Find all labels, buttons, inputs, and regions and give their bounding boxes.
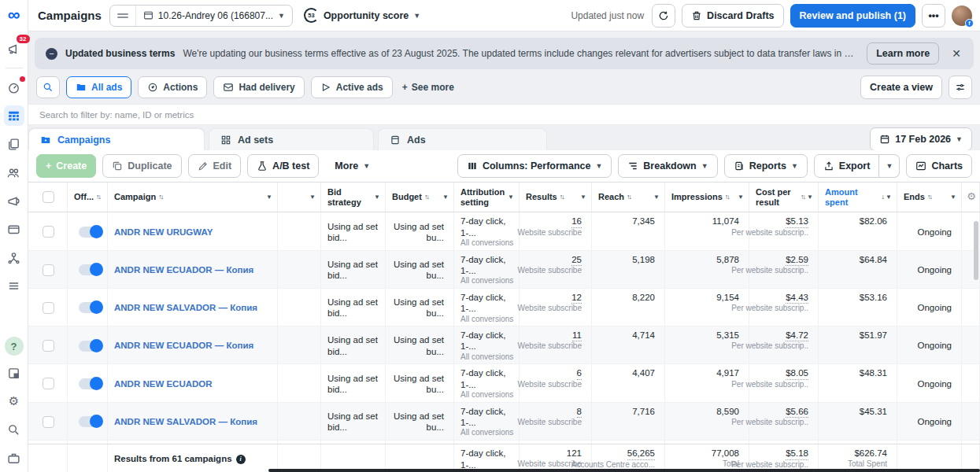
cpr-value[interactable]: $8.05: [786, 367, 808, 379]
ab-test-button[interactable]: A/B test: [247, 154, 319, 178]
settings-gear-icon[interactable]: ⚙: [4, 391, 24, 411]
row-checkbox[interactable]: [43, 378, 54, 389]
header-cost-per-result[interactable]: Cost per result↑↓▼: [749, 183, 819, 212]
results-value[interactable]: 8: [577, 406, 582, 418]
create-view-button[interactable]: Create a view: [860, 76, 942, 99]
export-button[interactable]: Export: [814, 154, 880, 178]
search-filter-button[interactable]: [36, 76, 60, 98]
campaign-toggle[interactable]: [79, 341, 102, 352]
business-structure-icon[interactable]: [4, 247, 24, 267]
footer-cpr-value[interactable]: $5.18: [786, 448, 808, 459]
info-icon[interactable]: i: [236, 455, 246, 464]
header-impressions[interactable]: Impressions↑↓▼: [665, 183, 749, 212]
results-value[interactable]: 6: [577, 367, 582, 379]
results-value[interactable]: 12: [571, 292, 582, 304]
more-button[interactable]: More▼: [325, 154, 379, 178]
charts-button[interactable]: Charts: [906, 154, 972, 178]
select-all-checkbox[interactable]: [43, 191, 54, 203]
all-tools-menu-icon[interactable]: [4, 275, 24, 296]
ads-reporting-icon[interactable]: [4, 134, 24, 154]
vertical-scrollbar[interactable]: [974, 221, 978, 280]
cpr-value[interactable]: $5.66: [786, 406, 808, 418]
row-checkbox[interactable]: [43, 340, 54, 352]
search-nav-icon[interactable]: [4, 419, 24, 440]
widgets-icon[interactable]: [4, 363, 24, 383]
tab-ad-sets[interactable]: Ad sets: [209, 128, 374, 150]
header-bid-strategy[interactable]: Bid strategy▼: [321, 183, 386, 212]
results-value[interactable]: 16: [571, 216, 582, 227]
header-blank[interactable]: ▼: [278, 183, 321, 212]
reports-button[interactable]: Reports▼: [724, 154, 808, 178]
row-checkbox[interactable]: [43, 302, 54, 314]
header-campaign[interactable]: Campaign↑↓▼: [108, 183, 278, 212]
review-publish-button[interactable]: Review and publish (1): [790, 4, 915, 28]
row-checkbox[interactable]: [43, 226, 54, 238]
avatar[interactable]: f: [952, 6, 972, 26]
tab-campaigns[interactable]: Campaigns: [28, 128, 205, 150]
learn-more-button[interactable]: Learn more: [867, 42, 939, 65]
date-range-picker[interactable]: 17 Feb 2026 ▼: [870, 127, 972, 151]
see-more-button[interactable]: + See more: [399, 82, 457, 93]
edit-button[interactable]: Edit: [188, 154, 242, 178]
header-attribution[interactable]: Attribution setting▼: [454, 183, 520, 212]
filter-chip-all-ads[interactable]: All ads: [66, 76, 131, 98]
results-value[interactable]: 25: [571, 254, 582, 266]
campaign-toggle[interactable]: [79, 227, 102, 238]
audiences-icon[interactable]: [4, 162, 24, 183]
view-settings-button[interactable]: [949, 76, 972, 99]
header-reach[interactable]: Reach↑↓▼: [592, 183, 665, 212]
briefcase-icon[interactable]: [4, 448, 24, 468]
campaigns-nav-icon[interactable]: [4, 105, 24, 126]
campaign-toggle[interactable]: [79, 302, 102, 313]
cpr-value[interactable]: $5.13: [786, 216, 808, 227]
close-icon[interactable]: ✕: [947, 47, 966, 60]
cpr-value[interactable]: $2.59: [786, 254, 808, 266]
campaign-link[interactable]: ANDR NEW ECUADOR: [114, 378, 272, 389]
breakdown-button[interactable]: Breakdown▼: [618, 154, 717, 178]
announcements-icon[interactable]: 32: [4, 39, 24, 59]
filter-chip-active-ads[interactable]: Active ads: [311, 76, 393, 98]
create-button[interactable]: +Create: [36, 154, 96, 178]
row-checkbox[interactable]: [43, 416, 54, 428]
opportunity-score[interactable]: 53 Opportunity score ▼: [304, 8, 420, 23]
account-dropdown[interactable]: 10.26-Andrey 06 (166807... ▼: [135, 6, 292, 26]
campaign-link[interactable]: ANDR NEW SALVADOR — Копия: [114, 302, 272, 313]
campaign-link[interactable]: ANDR NEW ECUADOR — Копия: [114, 340, 272, 351]
filter-chip-actions[interactable]: Actions: [138, 76, 207, 98]
discard-drafts-button[interactable]: Discard Drafts: [682, 4, 783, 28]
tab-ads[interactable]: Ads: [378, 128, 547, 150]
help-icon[interactable]: ?: [5, 337, 24, 356]
horizontal-scrollbar[interactable]: [268, 469, 980, 472]
cpr-value[interactable]: $4.43: [786, 292, 808, 304]
campaign-link[interactable]: ANDR NEW ECUADOR — Копия: [114, 264, 272, 275]
campaign-link[interactable]: ANDR NEW URUGWAY: [114, 227, 272, 238]
filter-chip-had-delivery[interactable]: Had delivery: [213, 76, 304, 98]
export-options-button[interactable]: ▼: [879, 154, 900, 178]
refresh-button[interactable]: [652, 4, 675, 28]
header-ends[interactable]: Ends↑↓▼: [897, 183, 962, 212]
date-range-button[interactable]: 17 Feb 2026 ▼: [870, 127, 972, 151]
campaign-toggle[interactable]: [79, 416, 102, 427]
header-results[interactable]: Results↑↓▼: [520, 183, 592, 212]
header-budget[interactable]: Budget↑↓▼: [386, 183, 454, 212]
campaign-toggle[interactable]: [79, 378, 102, 389]
cpr-value[interactable]: $4.72: [786, 330, 808, 341]
row-checkbox[interactable]: [43, 264, 54, 276]
billing-icon[interactable]: [4, 219, 24, 239]
search-input[interactable]: [28, 105, 980, 124]
column-settings-gear-icon[interactable]: ⚙: [962, 183, 980, 212]
footer-reach-value[interactable]: 56,265: [627, 448, 655, 459]
header-off[interactable]: Off...↑↓: [68, 183, 108, 212]
account-search-segment[interactable]: [110, 6, 135, 26]
account-overview-icon[interactable]: [4, 77, 24, 98]
header-amount-spent[interactable]: Amount spent↓▼: [819, 183, 897, 212]
results-value[interactable]: 11: [572, 330, 582, 341]
duplicate-button[interactable]: Duplicate: [102, 154, 181, 178]
bid-strategy-cell: Using ad set bid...: [321, 326, 386, 363]
campaign-link[interactable]: ANDR NEW SALVADOR — Копия: [114, 416, 272, 427]
columns-button[interactable]: Columns: Performance▼: [457, 154, 612, 178]
blank-cell: [278, 326, 321, 363]
more-options-button[interactable]: •••: [922, 4, 945, 28]
advertise-megaphone-icon[interactable]: [4, 190, 24, 211]
campaign-toggle[interactable]: [79, 264, 102, 275]
